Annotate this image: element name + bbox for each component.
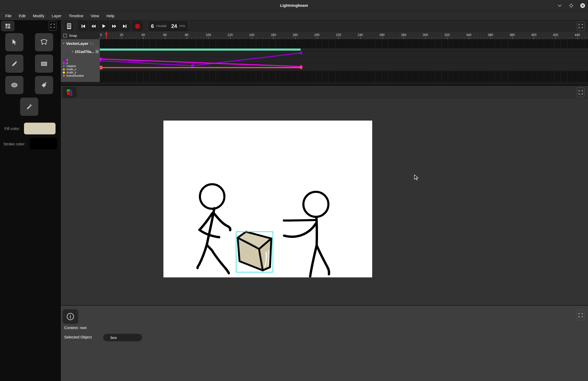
keyframe-marker-frameNumber[interactable]	[100, 66, 102, 69]
paint-bucket-tool-button[interactable]	[35, 76, 53, 94]
property-label: frameNumber	[66, 74, 84, 77]
ruler-label: 380	[510, 33, 515, 37]
timeline-panel: 6 FRAME 24 FPS Snap 02040608010012014016…	[61, 20, 588, 86]
tools-expand-button[interactable]	[49, 21, 57, 31]
selected-object-input[interactable]: box	[103, 334, 142, 341]
menu-item-help[interactable]: Help	[103, 11, 118, 20]
property-color-dot	[63, 72, 65, 74]
timeline-tracks[interactable]	[100, 39, 588, 82]
timeline-expand-button[interactable]	[577, 21, 585, 31]
skip-to-start-button[interactable]	[78, 21, 88, 31]
curve-x[interactable]	[100, 53, 301, 66]
layer-visibility-button[interactable]	[96, 49, 99, 54]
fps-value[interactable]: 24	[171, 23, 177, 29]
grid-icon	[5, 23, 10, 29]
expand-icon	[51, 24, 55, 28]
property-row-scale_y[interactable]: scale_y	[63, 71, 100, 74]
property-row-scale_x[interactable]: scale_x	[63, 68, 100, 71]
property-label: scale_y	[66, 71, 76, 74]
eyedropper-tool-button[interactable]	[20, 98, 38, 116]
ruler-major-tick	[360, 37, 360, 39]
layer-column: ▾ VectorLayer[L] ▾ 151ad70a... ~ xyrotat…	[61, 39, 100, 82]
fast-forward-button[interactable]	[109, 21, 120, 31]
box[interactable]	[236, 232, 273, 272]
canvas-header	[61, 86, 588, 99]
ruler-major-tick	[577, 37, 578, 39]
menu-item-timeline[interactable]: Timeline	[65, 11, 87, 20]
ruler-major-tick	[208, 37, 209, 39]
record-icon	[135, 24, 140, 29]
ruler-label: 440	[575, 33, 580, 37]
menu-item-edit[interactable]: Edit	[15, 11, 29, 20]
tools-panel: Fill color: Stroke color:	[0, 20, 61, 381]
playhead-icon[interactable]	[104, 31, 108, 39]
ruler-major-tick	[556, 37, 556, 39]
keyframe-span-bar[interactable]	[100, 49, 301, 51]
ruler-label: 400	[531, 33, 536, 37]
ruler-label: 220	[336, 33, 341, 37]
ruler-label: 340	[466, 33, 471, 37]
property-label: rotation	[66, 65, 76, 68]
timeline-ruler[interactable]: 0204060801001201401601802002202402602803…	[100, 32, 588, 39]
stick-figure-left[interactable]	[198, 184, 230, 273]
maximize-button[interactable]	[568, 3, 574, 8]
window-controls	[557, 0, 585, 11]
keyframe-marker-frameNumber[interactable]	[300, 66, 302, 69]
stick-figure-right[interactable]	[284, 192, 329, 276]
property-row-rotation[interactable]: rotation	[63, 64, 100, 68]
film-strip-icon	[67, 23, 71, 29]
rectangle-tool-button[interactable]	[35, 55, 53, 73]
menu-item-view[interactable]: View	[87, 11, 103, 20]
panel-grid-button[interactable]	[1, 21, 15, 31]
pencil-tool-button[interactable]	[5, 55, 23, 73]
canvas-expand-button[interactable]	[577, 87, 585, 97]
object-row[interactable]: ▾ 151ad70a... ~	[61, 48, 100, 55]
minimize-button[interactable]	[557, 3, 562, 8]
close-button[interactable]	[580, 3, 585, 8]
layer-suffix: [L]	[90, 42, 94, 45]
timeline-panel-button[interactable]	[65, 22, 73, 31]
ruler-label: 360	[488, 33, 493, 37]
skip-to-end-button[interactable]	[120, 21, 130, 31]
record-button[interactable]	[132, 21, 143, 31]
keyframe-marker-x[interactable]	[300, 51, 302, 55]
ruler-major-tick	[252, 37, 252, 39]
inspector-expand-button[interactable]	[577, 310, 585, 320]
frame-fps-display: 6 FRAME 24 FPS	[148, 20, 188, 32]
collapse-arrow-icon[interactable]: ▾	[72, 50, 73, 53]
ruler-label: 0	[100, 33, 102, 37]
canvas-panel-button[interactable]	[63, 87, 77, 98]
rewind-button[interactable]	[88, 21, 99, 31]
drawing-canvas[interactable]	[163, 121, 372, 277]
transform-tool-button[interactable]	[35, 33, 53, 51]
chevron-down-icon	[558, 4, 562, 7]
menu-item-layer[interactable]: Layer	[48, 11, 65, 20]
object-name: 151ad70a...	[75, 50, 94, 54]
property-row-frameNumber[interactable]: frameNumber	[63, 74, 100, 77]
menu-item-modify[interactable]: Modify	[29, 11, 48, 20]
animation-curves[interactable]	[100, 39, 588, 82]
play-button[interactable]	[99, 21, 109, 31]
ellipse-tool-button[interactable]	[5, 76, 23, 94]
timeline-footer-strip	[61, 82, 588, 85]
stroke-color-swatch[interactable]	[30, 138, 57, 150]
fill-color-swatch[interactable]	[24, 123, 56, 134]
property-list: xyrotationscale_xscale_yframeNumber	[61, 55, 100, 77]
frame-value[interactable]: 6	[151, 23, 154, 29]
snap-checkbox[interactable]	[63, 34, 67, 38]
shapes-logo-icon	[66, 89, 73, 96]
ruler-major-tick	[382, 37, 382, 39]
select-tool-button[interactable]	[5, 33, 23, 51]
selected-object-row: Selected Object box	[64, 335, 92, 339]
lightningbeam-window: Lightningbeam FileEditModifyLayerTimelin…	[0, 0, 588, 381]
property-row-y[interactable]: y	[63, 61, 100, 64]
collapse-arrow-icon[interactable]: ▾	[63, 42, 64, 45]
info-panel-button[interactable]	[63, 309, 78, 324]
fill-color-label: Fill color:	[4, 126, 20, 131]
layer-row-vectorlayer[interactable]: ▾ VectorLayer[L]	[61, 39, 100, 48]
circle-x-icon	[580, 3, 585, 8]
window-title: Lightningbeam	[0, 0, 588, 11]
rewind-icon	[91, 24, 96, 28]
property-row-x[interactable]: x	[63, 58, 100, 61]
menu-item-file[interactable]: File	[2, 11, 15, 20]
